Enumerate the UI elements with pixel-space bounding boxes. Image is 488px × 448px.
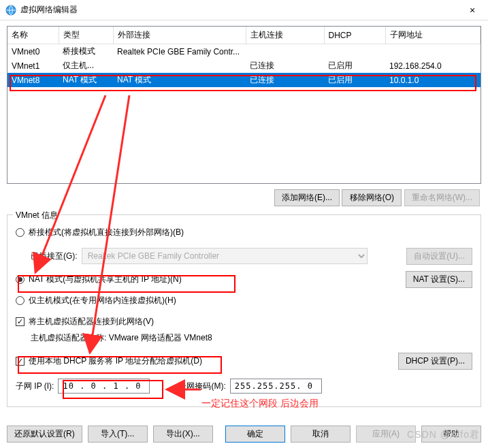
- import-button[interactable]: 导入(T)...: [88, 426, 148, 443]
- radio-icon: [16, 228, 25, 237]
- col-type[interactable]: 类型: [59, 27, 113, 44]
- col-ext[interactable]: 外部连接: [113, 27, 246, 44]
- bridged-radio[interactable]: 桥接模式(将虚拟机直接连接到外部网络)(B): [16, 227, 472, 238]
- bridged-to-field: 已桥接至(G): Realtek PCIe GBE Family Control…: [31, 248, 368, 264]
- nat-radio[interactable]: NAT 模式(与虚拟机共享主机的 IP 地址)(N): [16, 274, 182, 285]
- bridged-label: 桥接模式(将虚拟机直接连接到外部网络)(B): [29, 227, 184, 238]
- col-subnet[interactable]: 子网地址: [385, 27, 481, 44]
- network-table[interactable]: 名称 类型 外部连接 主机连接 DHCP 子网地址 VMnet0桥接模式Real…: [7, 26, 481, 184]
- add-network-button[interactable]: 添加网络(E)...: [274, 189, 340, 206]
- nat-label: NAT 模式(与虚拟机共享主机的 IP 地址)(N): [29, 274, 182, 285]
- table-row[interactable]: VMnet0桥接模式Realtek PCIe GBE Family Contr.…: [7, 44, 481, 59]
- restore-defaults-button[interactable]: 还原默认设置(R): [7, 426, 82, 443]
- subnet-mask-input[interactable]: 255.255.255. 0: [230, 379, 322, 394]
- cancel-button[interactable]: 取消: [291, 426, 351, 443]
- auto-settings-button: 自动设置(U)...: [406, 248, 472, 265]
- remove-network-button[interactable]: 移除网络(O): [342, 189, 402, 206]
- hostonly-label: 仅主机模式(在专用网络内连接虚拟机)(H): [29, 295, 176, 306]
- table-row[interactable]: VMnet8NAT 模式NAT 模式已连接已启用10.0.1.0: [7, 73, 481, 87]
- close-icon[interactable]: ×: [462, 5, 483, 16]
- table-buttons: 添加网络(E)... 移除网络(O) 重命名网络(W)...: [7, 189, 481, 206]
- titlebar: 虚拟网络编辑器 ×: [0, 0, 488, 20]
- radio-icon: [16, 296, 25, 305]
- connect-host-check[interactable]: 将主机虚拟适配器连接到此网络(V): [16, 316, 472, 327]
- checkbox-icon: [16, 357, 25, 366]
- subnet-ip-input[interactable]: 10 . 0 . 1 . 0: [58, 379, 150, 394]
- globe-icon: [5, 5, 16, 16]
- rename-network-button: 重命名网络(W)...: [404, 189, 480, 206]
- col-host[interactable]: 主机连接: [246, 27, 324, 44]
- checkbox-icon: [16, 317, 25, 326]
- group-legend: VMnet 信息: [13, 210, 61, 221]
- connect-host-label: 将主机虚拟适配器连接到此网络(V): [29, 316, 154, 327]
- window-title: 虚拟网络编辑器: [20, 4, 462, 16]
- dhcp-settings-button[interactable]: DHCP 设置(P)...: [398, 353, 472, 370]
- nat-settings-button[interactable]: NAT 设置(S)...: [406, 271, 472, 288]
- apply-button: 应用(A): [356, 426, 416, 443]
- col-name[interactable]: 名称: [7, 27, 59, 44]
- radio-icon: [16, 275, 25, 284]
- use-dhcp-label: 使用本地 DHCP 服务将 IP 地址分配给虚拟机(D): [29, 355, 202, 367]
- hostonly-radio[interactable]: 仅主机模式(在专用网络内连接虚拟机)(H): [16, 295, 472, 306]
- help-button[interactable]: 帮助: [421, 426, 481, 443]
- vmnet-info-group: VMnet 信息 桥接模式(将虚拟机直接连接到外部网络)(B) 已桥接至(G):…: [7, 214, 481, 407]
- ok-button[interactable]: 确定: [225, 426, 285, 443]
- dialog-buttons: 还原默认设置(R) 导入(T)... 导出(X)... 确定 取消 应用(A) …: [7, 426, 481, 443]
- col-dhcp[interactable]: DHCP: [324, 27, 385, 44]
- adapter-name-label: 主机虚拟适配器名称: VMware 网络适配器 VMnet8: [31, 332, 472, 344]
- bridged-adapter-select: Realtek PCIe GBE Family Controller: [82, 248, 368, 264]
- table-row[interactable]: VMnet1仅主机...已连接已启用192.168.254.0: [7, 59, 481, 73]
- bridged-to-label: 已桥接至(G):: [31, 251, 78, 262]
- export-button[interactable]: 导出(X)...: [153, 426, 213, 443]
- subnet-ip-label: 子网 IP (I):: [16, 381, 54, 392]
- subnet-mask-label: 子网掩码(M):: [178, 381, 225, 392]
- use-dhcp-check[interactable]: 使用本地 DHCP 服务将 IP 地址分配给虚拟机(D): [16, 355, 202, 367]
